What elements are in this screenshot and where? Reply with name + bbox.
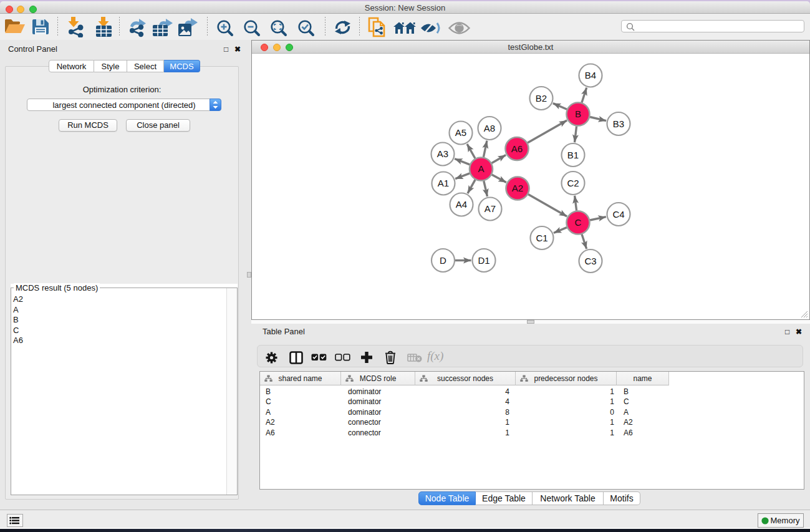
svg-text:D1: D1 xyxy=(478,255,489,266)
svg-text:A5: A5 xyxy=(455,127,466,138)
svg-text:A2: A2 xyxy=(512,183,523,193)
svg-text:D: D xyxy=(440,255,446,266)
svg-text:A6: A6 xyxy=(511,143,523,154)
svg-text:A8: A8 xyxy=(484,123,495,133)
svg-text:C2: C2 xyxy=(567,178,579,188)
svg-text:A4: A4 xyxy=(456,199,467,210)
svg-text:B1: B1 xyxy=(567,150,579,160)
svg-text:B2: B2 xyxy=(536,93,547,104)
svg-text:C1: C1 xyxy=(536,233,547,243)
svg-text:C3: C3 xyxy=(584,256,596,266)
svg-text:B3: B3 xyxy=(613,118,624,129)
svg-text:B: B xyxy=(575,109,581,119)
svg-text:C4: C4 xyxy=(612,209,624,220)
svg-text:A3: A3 xyxy=(437,148,448,159)
svg-text:B4: B4 xyxy=(585,70,596,80)
svg-text:C: C xyxy=(575,217,582,228)
svg-text:A1: A1 xyxy=(438,178,449,188)
svg-text:A: A xyxy=(478,163,484,174)
svg-text:A7: A7 xyxy=(485,203,496,214)
